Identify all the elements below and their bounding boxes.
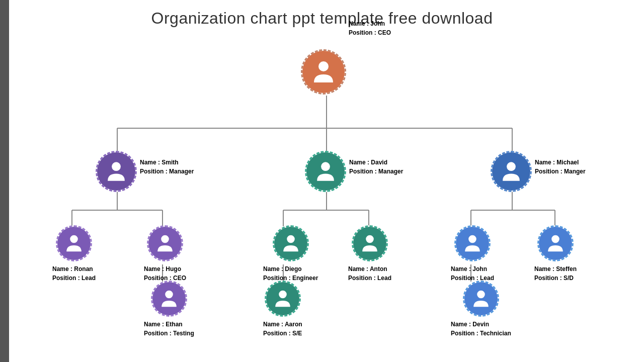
devin-position: Position : Technician [451,329,511,338]
anton-name: Name : Anton [348,264,391,274]
devin-name: Name : Devin [451,320,511,329]
ethan-name: Name : Ethan [144,320,194,329]
diego-name: Name : Diego [263,264,318,274]
node-steffen: Name : Steffen Position : S/D [534,225,577,283]
svg-point-39 [279,291,287,299]
svg-point-32 [70,235,78,243]
john2-name: Name : John [451,264,494,274]
svg-point-33 [161,235,169,243]
node-john2: Name : John Position : Lead [451,225,494,283]
smith-position: Position : Manager [140,167,194,176]
svg-point-38 [165,291,173,299]
steffen-name: Name : Steffen [534,264,577,274]
svg-point-40 [477,291,485,299]
aaron-name: Name : Aaron [263,320,302,329]
david-name: Name : David [349,158,403,167]
node-anton: Name : Anton Position : Lead [348,225,391,283]
steffen-position: Position : S/D [534,274,577,283]
smith-name: Name : Smith [140,158,194,167]
anton-position: Position : Lead [348,274,391,283]
john-position: Position : CEO [349,28,391,37]
node-hugo: Name : Hugo Position : CEO [144,225,186,283]
svg-point-34 [287,235,295,243]
node-ethan: Name : Ethan Position : Testing [144,281,194,338]
svg-point-29 [507,162,516,171]
michael-name: Name : Michael [535,158,586,167]
left-bar [0,0,9,362]
svg-point-36 [468,235,476,243]
aaron-position: Position : S/E [263,329,302,338]
svg-point-20 [318,61,329,71]
john-name: Name : John [349,19,391,28]
david-position: Position : Manager [349,167,403,176]
node-ronan: Name : Ronan Position : Lead [52,225,96,283]
node-smith: Name : Smith Position : Manager [96,151,137,192]
node-diego: Name : Diego Position : Engineer [263,225,318,283]
page: Organization chart ppt template free dow… [0,0,644,362]
node-devin: Name : Devin Position : Technician [451,281,511,338]
ronan-name: Name : Ronan [52,264,96,274]
ethan-position: Position : Testing [144,329,194,338]
node-john: Name : John Position : CEO [301,49,346,95]
node-david: Name : David Position : Manager [305,151,346,192]
hugo-name: Name : Hugo [144,264,186,274]
svg-point-37 [551,235,559,243]
chart-area: Name : John Position : CEO Name : Smith [9,35,644,362]
node-aaron: Name : Aaron Position : S/E [263,281,302,338]
svg-point-35 [366,235,374,243]
michael-position: Position : Manger [535,167,586,176]
page-title: Organization chart ppt template free dow… [0,0,644,28]
svg-point-23 [112,162,121,171]
ronan-position: Position : Lead [52,274,96,283]
svg-point-26 [321,162,330,171]
node-michael: Name : Michael Position : Manger [491,151,532,192]
